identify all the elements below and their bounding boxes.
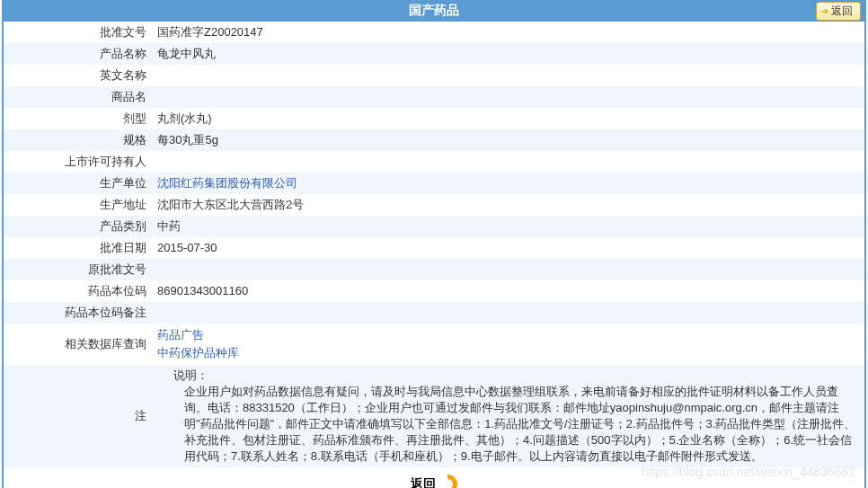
field-value: 每30丸重5g xyxy=(152,129,864,151)
table-row: 上市许可持有人 xyxy=(4,151,864,173)
field-value: 龟龙中风丸 xyxy=(152,43,864,65)
table-row: 药品本位码86901343001160 xyxy=(4,280,864,302)
table-row: 产品名称龟龙中风丸 xyxy=(4,43,864,65)
field-value: 沈阳市大东区北大营西路2号 xyxy=(152,194,864,216)
field-value xyxy=(152,65,864,86)
field-label: 产品类别 xyxy=(4,216,152,237)
table-row: 规格每30丸重5g xyxy=(4,129,864,151)
back-button-bottom-label: 返回 xyxy=(411,476,436,488)
note-title: 说明： xyxy=(173,368,859,384)
table-row: 英文名称 xyxy=(4,65,864,86)
field-value xyxy=(152,259,864,280)
field-value xyxy=(152,302,864,324)
table-row: 产品类别中药 xyxy=(4,216,864,237)
ring-icon xyxy=(433,470,461,488)
table-row: 相关数据库查询药品广告中药保护品种库 xyxy=(4,324,864,365)
table-row: 原批准文号 xyxy=(4,259,864,280)
back-button-top-label: 返回 xyxy=(831,4,853,19)
field-label: 产品名称 xyxy=(4,43,152,65)
panel-header: 国产药品 ➔ 返回 xyxy=(4,0,864,22)
field-value: 沈阳红药集团股份有限公司 xyxy=(152,173,864,194)
detail-panel: 国产药品 ➔ 返回 批准文号国药准字Z20020147产品名称龟龙中风丸英文名称… xyxy=(2,0,866,488)
field-label: 药品本位码备注 xyxy=(4,302,152,324)
field-label: 剂型 xyxy=(4,108,152,129)
table-row: 生产地址沈阳市大东区北大营西路2号 xyxy=(4,194,864,216)
field-label: 商品名 xyxy=(4,86,152,108)
table-row: 剂型丸剂(水丸) xyxy=(4,108,864,129)
field-label: 批准文号 xyxy=(4,22,152,43)
arrow-right-icon: ➔ xyxy=(820,5,828,17)
table-row: 批准文号国药准字Z20020147 xyxy=(4,22,864,43)
related-links: 药品广告中药保护品种库 xyxy=(152,324,864,365)
producer-link[interactable]: 沈阳红药集团股份有限公司 xyxy=(157,176,297,190)
field-value xyxy=(152,151,864,173)
note-body: 企业用户如对药品数据信息有疑问，请及时与我局信息中心数据整理组联系，来电前请备好… xyxy=(184,384,859,465)
field-label: 生产地址 xyxy=(4,194,152,216)
field-value: 86901343001160 xyxy=(152,280,864,302)
back-button-bottom[interactable]: 返回 xyxy=(411,475,457,488)
back-button-top[interactable]: ➔ 返回 xyxy=(816,2,861,21)
field-label: 药品本位码 xyxy=(4,280,152,302)
field-value: 2015-07-30 xyxy=(152,237,864,259)
field-label: 英文名称 xyxy=(4,65,152,86)
related-link[interactable]: 药品广告 xyxy=(157,326,859,344)
field-label: 原批准文号 xyxy=(4,259,152,280)
detail-table: 批准文号国药准字Z20020147产品名称龟龙中风丸英文名称商品名剂型丸剂(水丸… xyxy=(4,22,864,467)
table-row: 注说明：企业用户如对药品数据信息有疑问，请及时与我局信息中心数据整理组联系，来电… xyxy=(4,365,864,467)
footer: 返回 xyxy=(4,467,864,488)
panel-title: 国产药品 xyxy=(409,3,459,17)
field-value xyxy=(152,86,864,108)
field-label: 生产单位 xyxy=(4,173,152,194)
field-label: 规格 xyxy=(4,129,152,151)
table-row: 商品名 xyxy=(4,86,864,108)
related-link[interactable]: 中药保护品种库 xyxy=(157,344,859,362)
table-row: 药品本位码备注 xyxy=(4,302,864,324)
table-row: 批准日期2015-07-30 xyxy=(4,237,864,259)
table-row: 生产单位沈阳红药集团股份有限公司 xyxy=(4,173,864,194)
field-label: 注 xyxy=(4,365,152,467)
field-value: 国药准字Z20020147 xyxy=(152,22,864,43)
field-label: 上市许可持有人 xyxy=(4,151,152,173)
field-value: 丸剂(水丸) xyxy=(152,108,864,129)
note-content: 说明：企业用户如对药品数据信息有疑问，请及时与我局信息中心数据整理组联系，来电前… xyxy=(152,365,864,467)
field-label: 批准日期 xyxy=(4,237,152,259)
field-label: 相关数据库查询 xyxy=(4,324,152,365)
field-value: 中药 xyxy=(152,216,864,237)
